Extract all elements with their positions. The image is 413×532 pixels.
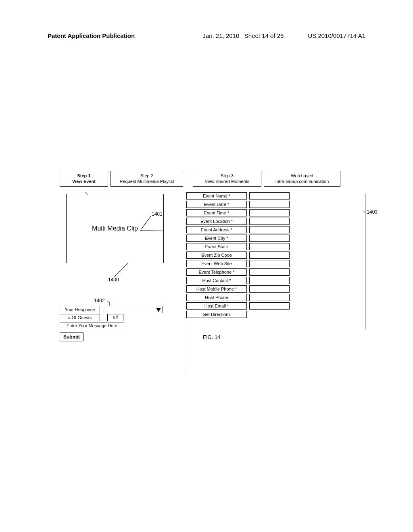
your-response-label: Your Response — [60, 306, 100, 313]
header-date-sheet: Jan. 21, 2010 Sheet 14 of 26 — [202, 32, 308, 39]
input-event-address[interactable] — [249, 226, 290, 233]
tab-step-1-title: Step 1 — [62, 173, 106, 179]
callout-1402: 1402 — [94, 298, 105, 303]
header-sheet: Sheet 14 of 26 — [244, 32, 284, 39]
callout-1401: 1401 — [152, 211, 163, 217]
num-guests-input[interactable]: ## — [107, 314, 123, 321]
field-host-email: Host Email * — [186, 302, 247, 310]
field-event-location: Event Location * — [186, 218, 247, 225]
input-event-city[interactable] — [249, 235, 290, 242]
input-host-email[interactable] — [249, 302, 290, 310]
response-block: Your Response # Of Guests ## Enter Your … — [60, 306, 185, 341]
field-host-mobile: Host Mobile Phone * — [186, 285, 247, 293]
field-event-name: Event Name * — [186, 192, 247, 200]
field-host-contact: Host Contact * — [186, 277, 247, 284]
field-host-phone: Host Phone — [186, 294, 247, 301]
message-input[interactable]: Enter Your Message Here — [60, 322, 124, 329]
tab-step-1[interactable]: Step 1 View Event — [60, 171, 108, 187]
input-event-location[interactable] — [249, 218, 290, 225]
header-pubnum: US 2010/0017714 A1 — [308, 32, 413, 39]
tab-step-2[interactable]: Step 2 Request Multimedia Playlist — [111, 171, 183, 187]
field-event-state: Event State — [186, 243, 247, 250]
callout-1403: 1403 — [363, 209, 378, 215]
submit-button[interactable]: Submit — [60, 332, 83, 341]
input-event-date[interactable] — [249, 201, 290, 208]
input-event-time[interactable] — [249, 209, 290, 216]
input-host-phone[interactable] — [249, 294, 290, 301]
header-publisher: Patent Application Publication — [0, 32, 135, 39]
field-event-website: Event Web Site — [186, 260, 247, 267]
multimedia-clip-box[interactable]: Multi Media Clip — [66, 194, 164, 263]
tab-step-2-title: Step 2 — [113, 173, 181, 179]
tab-step-2-sub: Request Multimedia Playlist — [113, 179, 181, 184]
field-get-directions[interactable]: Get Directions — [186, 311, 247, 318]
tab-web-line1: Web based — [266, 173, 338, 179]
multimedia-clip-label: Multi Media Clip — [92, 225, 138, 232]
callout-1403-text: 1403 — [367, 209, 378, 215]
input-host-contact[interactable] — [249, 277, 290, 284]
num-guests-label: # Of Guests — [60, 314, 100, 321]
tab-web-line2: Intra Group communication — [266, 179, 338, 184]
callout-1403-tick — [363, 210, 367, 214]
field-event-date: Event Date * — [186, 201, 247, 208]
your-response-select[interactable] — [100, 306, 163, 313]
tab-web-based[interactable]: Web based Intra Group communication — [264, 171, 340, 187]
input-host-mobile[interactable] — [249, 285, 290, 293]
field-event-time: Event Time * — [186, 209, 247, 216]
figure-14: Step 1 View Event Step 2 Request Multime… — [60, 171, 362, 341]
tab-step-1-sub: View Event — [62, 179, 106, 184]
input-event-name[interactable] — [249, 192, 290, 200]
field-event-telephone: Event Telephone * — [186, 268, 247, 276]
step-tabs: Step 1 View Event Step 2 Request Multime… — [60, 171, 362, 187]
input-event-website[interactable] — [249, 260, 290, 267]
field-event-address: Event Address * — [186, 226, 247, 233]
input-event-state[interactable] — [249, 243, 290, 250]
tab-step-3-sub: View Shared Moments — [195, 179, 259, 184]
tab-step-3[interactable]: Step 3 View Shared Moments — [193, 171, 261, 187]
event-fields: Event Name * Event Date * Event Time * E… — [186, 192, 362, 318]
tab-step-3-title: Step 3 — [195, 173, 259, 179]
input-event-telephone[interactable] — [249, 268, 290, 276]
input-event-zip[interactable] — [249, 251, 290, 259]
field-event-zip: Event Zip Code — [186, 251, 247, 259]
page-header: Patent Application Publication Jan. 21, … — [0, 32, 413, 39]
header-date: Jan. 21, 2010 — [202, 32, 239, 39]
field-event-city: Event City * — [186, 235, 247, 242]
callout-1400: 1400 — [108, 277, 119, 283]
figure-caption: FIG. 14 — [203, 334, 220, 340]
